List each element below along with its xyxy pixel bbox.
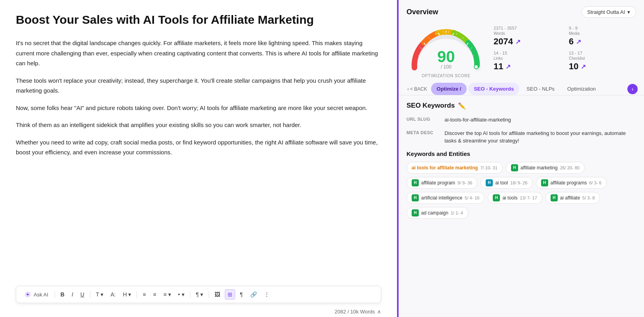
keywords-grid: ai tools for affiliate marketing 7/ 10- … <box>407 162 636 219</box>
svg-text:/ 100: / 100 <box>441 64 452 70</box>
divider-3 <box>137 291 137 298</box>
checklist-arrow: ↗ <box>581 63 586 70</box>
tab-optimize[interactable]: Optimize / <box>431 83 467 95</box>
chevron-down-icon: ▾ <box>627 9 630 15</box>
ask-ai-icon <box>24 291 31 298</box>
url-slug-label: URL SLUG <box>407 116 438 124</box>
h-badge-8: H <box>412 209 419 216</box>
tabs-container: ‹ < BACK Optimize / SEO - Keywords SEO -… <box>399 83 644 95</box>
h-badge-7: H <box>551 194 558 201</box>
checklist-value: 10 <box>569 61 578 72</box>
font-size-button[interactable]: A: <box>108 290 118 299</box>
tab-optimization[interactable]: Optimization <box>562 83 601 95</box>
words-label: Words <box>494 31 561 36</box>
seo-content: SEO Keywords ✏️ URL SLUG ai-tools-for-af… <box>399 95 644 317</box>
url-slug-row: URL SLUG ai-tools-for-affiliate-marketin… <box>407 116 636 124</box>
h-badge-6: H <box>493 194 500 201</box>
editor-toolbar: Ask AI B I U T ▾ A: H ▾ ≡ ≡ ≡ ▾ • ▾ ¶ ▾ … <box>16 286 381 303</box>
word-count: 2082 / 10k Words <box>334 309 375 315</box>
svg-text:90: 90 <box>437 48 455 65</box>
stat-links: 14 - 15 Links 11 ↗ <box>494 51 561 72</box>
stat-media: 9 - 9 Media 6 ↗ <box>569 26 636 47</box>
article-title: Boost Your Sales with AI Tools for Affil… <box>16 13 381 27</box>
words-value: 2074 <box>494 36 513 47</box>
keyword-tag-5[interactable]: H artificial intelligence 5/ 4- 16 <box>407 192 484 204</box>
keyword-tag-2[interactable]: H affiliate program 9/ 9- 36 <box>407 177 477 189</box>
edit-pencil-icon[interactable]: ✏️ <box>458 102 466 110</box>
ordered-list-button[interactable]: ≡ ▾ <box>161 290 173 299</box>
tab-back[interactable]: ‹ < BACK <box>405 83 429 95</box>
media-range: 9 - 9 <box>569 26 636 30</box>
links-value: 11 <box>494 61 503 72</box>
gauge-chart: 90 / 100 OPTIMIZATION SCORE <box>407 24 486 78</box>
text-format-button[interactable]: T ▾ <box>93 290 106 299</box>
words-range: 2371 - 3557 <box>494 26 561 30</box>
bold-button[interactable]: B <box>58 290 67 299</box>
media-arrow: ↗ <box>576 38 581 46</box>
paragraph-4: Think of them as an intelligent sidekick… <box>16 120 381 130</box>
media-value: 6 <box>569 36 574 47</box>
divider-2 <box>90 291 90 298</box>
unordered-list-button[interactable]: • ▾ <box>176 290 187 299</box>
chevron-up-icon: ∧ <box>377 309 381 315</box>
score-section: 90 / 100 OPTIMIZATION SCORE 2371 - 3557 … <box>399 21 644 83</box>
h-badge-2: H <box>412 179 419 186</box>
media-label: Media <box>569 31 636 36</box>
keyword-tag-8[interactable]: H ad campaign 1/ 1- 4 <box>407 207 468 219</box>
paragraph-mark-button[interactable]: ¶ <box>237 290 245 299</box>
keyword-tag-6[interactable]: H ai tools 13/ 7- 17 <box>488 192 542 204</box>
overview-title: Overview <box>407 8 438 16</box>
align-center-button[interactable]: ≡ <box>151 290 159 299</box>
h-badge-5: H <box>412 194 419 201</box>
score-stats: 2371 - 3557 Words 2074 ↗ 9 - 9 Media 6 ↗… <box>494 24 636 72</box>
italic-button[interactable]: I <box>69 290 76 299</box>
gauge-svg: 90 / 100 <box>407 24 486 72</box>
meta-desc-row: META DESC Discover the top AI tools for … <box>407 129 636 145</box>
tab-seo-keywords[interactable]: SEO - Keywords <box>468 83 519 95</box>
keywords-entities-title: Keywords and Entities <box>407 150 636 157</box>
divider-4 <box>190 291 190 298</box>
paragraph-3: Now, some folks hear "AI" and picture ro… <box>16 103 381 113</box>
seo-title-text: SEO Keywords <box>407 102 455 110</box>
align-left-button[interactable]: ≡ <box>140 290 148 299</box>
status-bar: 2082 / 10k Words ∧ <box>16 306 381 317</box>
checklist-range: 13 - 17 <box>569 51 636 55</box>
editor-panel: Boost Your Sales with AI Tools for Affil… <box>0 0 397 317</box>
image-button[interactable]: 🖼 <box>212 290 222 299</box>
ask-ai-label: Ask AI <box>34 292 48 298</box>
tab-seo-nlps[interactable]: SEO - NLPs <box>521 83 560 95</box>
keyword-tag-0[interactable]: ai tools for affiliate marketing 7/ 10- … <box>407 162 503 174</box>
svg-point-16 <box>474 65 478 69</box>
score-label: OPTIMIZATION SCORE <box>407 74 486 78</box>
tab-next-button[interactable]: › <box>627 84 638 94</box>
keyword-tag-7[interactable]: H ai affiliate 5/ 3- 8 <box>545 192 600 204</box>
seo-keywords-title: SEO Keywords ✏️ <box>407 102 636 110</box>
article-content[interactable]: It's no secret that the digital landscap… <box>16 38 381 286</box>
overview-panel: Overview Straight Outta AI ▾ <box>399 0 644 317</box>
h-badge-1: H <box>511 164 518 171</box>
divider-1 <box>55 291 55 298</box>
meta-desc-label: META DESC <box>407 129 438 145</box>
ask-ai-button[interactable]: Ask AI <box>21 289 51 300</box>
links-label: Links <box>494 56 561 61</box>
chevron-left-icon: ‹ <box>407 86 409 92</box>
keyword-tag-3[interactable]: H ai tool 18/ 9- 26 <box>481 177 532 189</box>
link-button[interactable]: 🔗 <box>248 290 259 299</box>
paragraph-5: Whether you need to write ad copy, craft… <box>16 137 381 158</box>
overview-header: Overview Straight Outta AI ▾ <box>399 0 644 21</box>
paragraph-button[interactable]: ¶ ▾ <box>194 290 205 299</box>
heading-button[interactable]: H ▾ <box>120 290 133 299</box>
checklist-label: Checklist <box>569 56 636 61</box>
keyword-tag-4[interactable]: H affiliate programs 6/ 3- 6 <box>536 177 607 189</box>
h-badge-3: H <box>486 179 493 186</box>
h-badge-4: H <box>541 179 548 186</box>
links-arrow: ↗ <box>505 63 511 70</box>
add-button[interactable]: ⊞ <box>225 289 235 300</box>
more-button[interactable]: ⋮ <box>262 290 272 299</box>
workspace-dropdown[interactable]: Straight Outta AI ▾ <box>581 6 636 18</box>
keyword-tag-1[interactable]: H affiliate marketing 26/ 20- 80 <box>506 162 585 174</box>
url-slug-value: ai-tools-for-affiliate-marketing <box>445 116 511 124</box>
underline-button[interactable]: U <box>78 290 87 299</box>
dropdown-label: Straight Outta AI <box>587 9 625 15</box>
stat-checklist: 13 - 17 Checklist 10 ↗ <box>569 51 636 72</box>
